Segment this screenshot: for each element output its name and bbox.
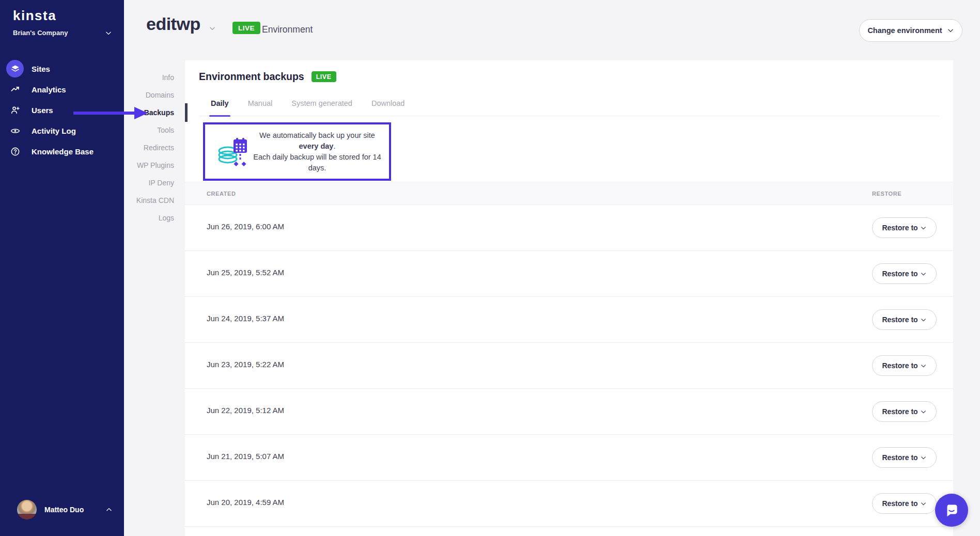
subnav-item[interactable]: Domains [124, 86, 185, 104]
live-badge: LIVE [232, 22, 260, 34]
backup-created-date: Jun 21, 2019, 5:07 AM [207, 452, 284, 461]
subnav-item[interactable]: IP Deny [124, 174, 185, 192]
backup-created-date: Jun 23, 2019, 5:22 AM [207, 360, 284, 369]
restore-to-button[interactable]: Restore to [872, 355, 937, 376]
tab[interactable]: System generated [291, 99, 352, 116]
restore-to-button[interactable]: Restore to [872, 263, 937, 284]
backup-created-date: Jun 24, 2019, 5:37 AM [207, 314, 284, 323]
restore-to-button[interactable]: Restore to [872, 493, 937, 514]
backup-created-date: Jun 20, 2019, 4:59 AM [207, 498, 284, 507]
subnav-item[interactable]: Info [124, 69, 185, 86]
backups-panel: Environment backups LIVE Daily Manual Sy… [185, 60, 953, 536]
user-menu[interactable]: Matteo Duo [0, 498, 124, 522]
backup-row: Jun 25, 2019, 5:52 AM Restore to [185, 251, 953, 297]
kinsta-logo: Kinsta [13, 8, 56, 24]
layers-icon [6, 60, 24, 77]
backup-tabs: Daily Manual System generated Download [211, 99, 405, 116]
backup-row: Jun 22, 2019, 5:12 AM Restore to [185, 389, 953, 435]
tab[interactable]: Daily [211, 99, 229, 116]
user-plus-icon [6, 101, 24, 119]
backup-row: Jun 23, 2019, 5:22 AM Restore to [185, 343, 953, 389]
chevron-down-icon [920, 454, 927, 461]
company-selector[interactable]: Brian's Company [13, 29, 112, 37]
user-name: Matteo Duo [44, 506, 105, 514]
subnav-item[interactable]: Redirects [124, 139, 185, 156]
backup-row: Jun 20, 2019, 4:59 AM Restore to [185, 481, 953, 527]
sidebar-item-knowledge-base[interactable]: Knowledge Base [0, 141, 124, 162]
sidebar-item-label: Activity Log [32, 127, 76, 135]
notice-text: We automatically back up your site every… [250, 130, 389, 174]
table-header: CREATED RESTORE [185, 182, 953, 205]
environment-label: Environment [262, 24, 313, 35]
backup-created-date: Jun 25, 2019, 5:52 AM [207, 268, 284, 277]
sidebar-item-sites[interactable]: Sites [0, 58, 124, 79]
company-name: Brian's Company [13, 29, 68, 37]
chevron-down-icon [105, 29, 112, 37]
restore-to-button[interactable]: Restore to [872, 217, 937, 238]
chevron-down-icon [920, 362, 927, 369]
mykinsta-dashboard: Kinsta Brian's Company Sites Analytics [0, 0, 980, 536]
subnav-item[interactable]: Kinsta CDN [124, 192, 185, 209]
restore-column-header: RESTORE [872, 182, 901, 206]
restore-to-button[interactable]: Restore to [872, 447, 937, 468]
sidebar-item-analytics[interactable]: Analytics [0, 79, 124, 100]
site-name: editwp [146, 14, 200, 34]
subnav-item[interactable]: Tools [124, 121, 185, 139]
backup-rows: Jun 26, 2019, 6:00 AM Restore to Jun 25,… [185, 205, 953, 527]
chevron-down-icon [920, 500, 927, 507]
chevron-down-icon[interactable] [209, 25, 216, 32]
backup-calendar-icon [216, 135, 250, 168]
sidebar-item-label: Analytics [32, 85, 66, 94]
daily-backup-notice: We automatically back up your site every… [203, 122, 391, 181]
panel-title: Environment backups [199, 71, 304, 83]
created-column-header: CREATED [207, 182, 236, 206]
chevron-down-icon [947, 27, 954, 34]
change-environment-button[interactable]: Change environment [859, 19, 962, 42]
sidebar-item-label: Sites [32, 65, 50, 73]
backup-row: Jun 21, 2019, 5:07 AM Restore to [185, 435, 953, 481]
sidebar-item-label: Users [32, 106, 53, 115]
subnav-item[interactable]: Logs [124, 209, 185, 227]
backup-row: Jun 26, 2019, 6:00 AM Restore to [185, 205, 953, 251]
live-badge: LIVE [312, 71, 336, 82]
tab[interactable]: Manual [248, 99, 273, 116]
restore-to-button[interactable]: Restore to [872, 309, 937, 330]
chevron-down-icon [920, 408, 927, 415]
restore-to-button[interactable]: Restore to [872, 401, 937, 422]
sidebar-item-activity-log[interactable]: Activity Log [0, 120, 124, 141]
chevron-down-icon [920, 317, 927, 323]
chevron-down-icon [920, 225, 927, 231]
question-icon [6, 143, 24, 160]
annotation-arrow [71, 104, 150, 122]
sidebar: Kinsta Brian's Company Sites Analytics [0, 0, 124, 536]
intercom-chat-button[interactable] [935, 494, 968, 527]
environment-subnav: Info Domains Backups Tools Redirects WP … [124, 69, 185, 227]
backup-created-date: Jun 26, 2019, 6:00 AM [207, 222, 284, 231]
chevron-down-icon [920, 271, 927, 277]
subnav-item[interactable]: WP Plugins [124, 156, 185, 174]
sidebar-item-label: Knowledge Base [32, 147, 94, 156]
tab[interactable]: Download [371, 99, 405, 116]
avatar [17, 500, 37, 519]
backup-created-date: Jun 22, 2019, 5:12 AM [207, 406, 284, 415]
tabs-divider [199, 116, 939, 116]
chat-bubble-icon [943, 501, 960, 519]
eye-icon [6, 122, 24, 139]
chevron-up-icon [105, 506, 113, 513]
backup-row: Jun 24, 2019, 5:37 AM Restore to [185, 297, 953, 343]
trending-up-icon [6, 81, 24, 98]
